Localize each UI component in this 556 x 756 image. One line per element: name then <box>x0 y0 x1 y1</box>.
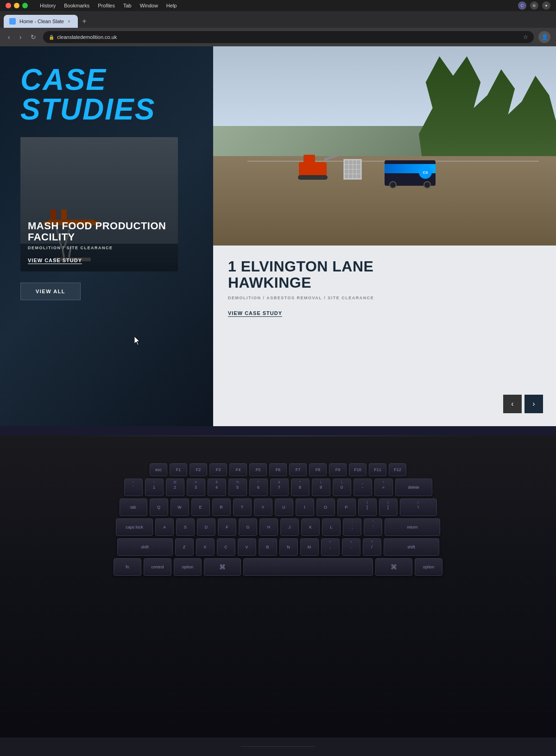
number-key-row: ~` !1 @2 #3 $4 %5 ^6 &7 *8 (9 )0 _- += d… <box>46 479 510 496</box>
key-q[interactable]: Q <box>150 498 168 516</box>
key-f[interactable]: F <box>218 518 236 536</box>
key-comma[interactable]: <, <box>321 538 340 556</box>
key-f7[interactable]: F7 <box>289 463 307 476</box>
key-control[interactable]: control <box>144 558 171 576</box>
menu-profiles[interactable]: Profiles <box>98 3 115 8</box>
tab-close-button[interactable]: × <box>68 19 70 24</box>
menu-help[interactable]: Help <box>166 3 177 8</box>
key-esc[interactable]: esc <box>150 463 167 476</box>
forward-button[interactable]: › <box>17 32 24 42</box>
key-f11[interactable]: F11 <box>369 463 386 476</box>
key-f3[interactable]: F3 <box>209 463 227 476</box>
key-h[interactable]: H <box>259 518 278 536</box>
key-v[interactable]: V <box>238 538 256 556</box>
key-w[interactable]: W <box>171 498 189 516</box>
menu-window[interactable]: Window <box>140 3 158 8</box>
key-quote[interactable]: "' <box>364 518 382 536</box>
key-4[interactable]: $4 <box>208 479 226 496</box>
key-command-left[interactable]: ⌘ <box>204 558 241 576</box>
key-k[interactable]: K <box>301 518 320 536</box>
key-a[interactable]: A <box>155 518 174 536</box>
key-tab[interactable]: tab <box>120 498 147 516</box>
new-tab-button[interactable]: + <box>78 15 91 28</box>
key-x[interactable]: X <box>196 538 215 556</box>
key-d[interactable]: D <box>197 518 215 536</box>
key-e[interactable]: E <box>191 498 210 516</box>
key-y[interactable]: Y <box>254 498 272 516</box>
key-rbracket[interactable]: }] <box>379 498 398 516</box>
next-arrow[interactable]: › <box>524 395 543 413</box>
case-card-category: DEMOLITION / SITE CLEARANCE <box>28 246 171 250</box>
key-equals[interactable]: += <box>374 479 393 496</box>
menubar-icon-3[interactable]: ● <box>542 1 550 10</box>
key-f1[interactable]: F1 <box>170 463 187 476</box>
key-o[interactable]: O <box>316 498 335 516</box>
key-backslash[interactable]: |\ <box>400 498 437 516</box>
key-7[interactable]: &7 <box>270 479 289 496</box>
menu-tab[interactable]: Tab <box>123 3 132 8</box>
menu-history[interactable]: History <box>40 3 56 8</box>
key-m[interactable]: M <box>300 538 319 556</box>
key-space[interactable] <box>243 558 373 576</box>
key-3[interactable]: #3 <box>187 479 205 496</box>
key-8[interactable]: *8 <box>291 479 310 496</box>
key-i[interactable]: I <box>296 498 314 516</box>
right-view-case-study-link[interactable]: VIEW CASE STUDY <box>228 310 282 317</box>
browser-tab-active[interactable]: Home - Clean Slate × <box>4 15 78 28</box>
refresh-button[interactable]: ↻ <box>28 32 38 42</box>
key-fn[interactable]: fn <box>114 558 141 576</box>
key-n[interactable]: N <box>279 538 298 556</box>
bookmark-star-icon[interactable]: ☆ <box>523 34 528 40</box>
url-bar[interactable]: 🔒 cleanslatedemolition.co.uk ☆ <box>43 31 534 43</box>
key-caps[interactable]: caps lock <box>116 518 153 536</box>
key-s[interactable]: S <box>176 518 195 536</box>
key-f2[interactable]: F2 <box>190 463 207 476</box>
key-l[interactable]: L <box>322 518 341 536</box>
key-backtick[interactable]: ~` <box>124 479 143 496</box>
key-semicolon[interactable]: :; <box>343 518 361 536</box>
key-9[interactable]: (9 <box>312 479 330 496</box>
key-right-shift[interactable]: shift <box>384 538 439 556</box>
key-z[interactable]: Z <box>175 538 194 556</box>
key-t[interactable]: T <box>233 498 252 516</box>
view-case-study-link[interactable]: VIEW CASE STUDY <box>28 258 82 264</box>
key-p[interactable]: P <box>337 498 356 516</box>
profile-button[interactable]: 👤 <box>538 31 550 43</box>
key-f4[interactable]: F4 <box>229 463 247 476</box>
heading-studies: STUDIES <box>20 94 193 124</box>
key-6[interactable]: ^6 <box>249 479 268 496</box>
key-lbracket[interactable]: {[ <box>358 498 377 516</box>
key-command-right[interactable]: ⌘ <box>375 558 412 576</box>
menu-bookmarks[interactable]: Bookmarks <box>64 3 89 8</box>
case-studies-heading: CASE STUDIES <box>20 65 193 124</box>
key-f9[interactable]: F9 <box>329 463 347 476</box>
key-option-right[interactable]: option <box>415 558 442 576</box>
key-return[interactable]: return <box>385 518 440 536</box>
key-0[interactable]: )0 <box>333 479 351 496</box>
key-f6[interactable]: F6 <box>269 463 287 476</box>
key-u[interactable]: U <box>275 498 293 516</box>
key-f12[interactable]: F12 <box>389 463 406 476</box>
prev-arrow[interactable]: ‹ <box>503 395 522 413</box>
key-b[interactable]: B <box>259 538 277 556</box>
key-f10[interactable]: F10 <box>349 463 366 476</box>
key-g[interactable]: G <box>239 518 257 536</box>
menubar-icon-1[interactable]: C <box>518 1 526 10</box>
key-left-shift[interactable]: shift <box>117 538 173 556</box>
key-c[interactable]: C <box>217 538 235 556</box>
key-minus[interactable]: _- <box>354 479 372 496</box>
key-slash[interactable]: ?/ <box>363 538 381 556</box>
back-button[interactable]: ‹ <box>6 32 13 42</box>
menubar-icon-2[interactable]: ⊛ <box>530 1 538 10</box>
key-r[interactable]: R <box>212 498 231 516</box>
view-all-button[interactable]: VIEW ALL <box>20 283 81 300</box>
key-1[interactable]: !1 <box>145 479 164 496</box>
key-f5[interactable]: F5 <box>249 463 267 476</box>
key-f8[interactable]: F8 <box>309 463 327 476</box>
key-5[interactable]: %5 <box>228 479 247 496</box>
key-j[interactable]: J <box>280 518 299 536</box>
key-period[interactable]: >. <box>342 538 360 556</box>
key-option-left[interactable]: option <box>174 558 202 576</box>
key-2[interactable]: @2 <box>166 479 184 496</box>
key-delete[interactable]: delete <box>395 479 432 496</box>
